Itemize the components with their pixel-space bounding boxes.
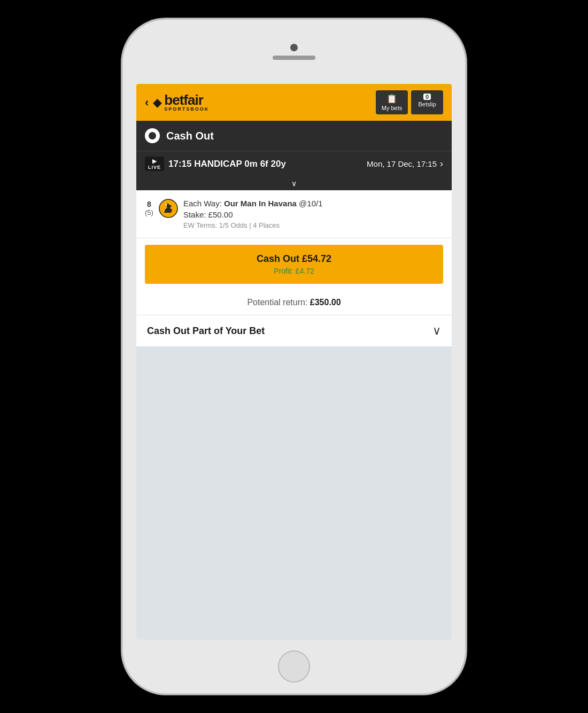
potential-return-value: £350.00	[310, 298, 341, 307]
potential-return: Potential return: £350.00	[136, 290, 452, 315]
profit-label: Profit:	[274, 267, 293, 275]
phone-home-button[interactable]	[278, 650, 310, 683]
my-bets-icon: 📋	[386, 94, 397, 104]
svg-point-1	[165, 204, 167, 206]
cash-out-button-section: Cash Out £54.72 Profit: £4.72	[136, 238, 452, 290]
race-bar-left: ▶ LIVE 17:15 HANDICAP 0m 6f 20y	[145, 157, 286, 171]
phone-screen: ‹ ◆ betfair SPORTSBOOK 📋 My bets 0 Betsl…	[136, 84, 452, 640]
bet-number-sub: (5)	[145, 208, 153, 216]
bet-name-line: Each Way: Our Man In Havana @10/1	[183, 199, 443, 208]
live-badge: ▶ LIVE	[145, 157, 164, 171]
back-button[interactable]: ‹	[145, 96, 149, 110]
app-header: ‹ ◆ betfair SPORTSBOOK 📋 My bets 0 Betsl…	[136, 84, 452, 121]
logo-text: betfair SPORTSBOOK	[164, 93, 209, 112]
cash-out-part-label: Cash Out Part of Your Bet	[147, 326, 265, 337]
bet-number: 8	[147, 200, 151, 208]
phone-top	[123, 20, 465, 84]
race-bar[interactable]: ▶ LIVE 17:15 HANDICAP 0m 6f 20y Mon, 17 …	[136, 151, 452, 176]
bet-details: 8 (5) Each Way: Our Man In Havana @10/1 …	[136, 190, 452, 238]
bet-type: Each Way:	[183, 199, 222, 208]
header-buttons: 📋 My bets 0 Betslip	[376, 90, 443, 114]
race-date: Mon, 17 Dec, 17:15	[367, 159, 437, 168]
logo-sportsbook-name: SPORTSBOOK	[164, 107, 209, 112]
cash-out-title: Cash Out	[166, 130, 214, 142]
race-chevron-right-icon: ›	[440, 158, 443, 169]
bet-number-section: 8 (5)	[145, 199, 153, 216]
bet-stake: Stake: £50.00	[183, 210, 443, 219]
betslip-label: Betslip	[418, 101, 436, 107]
cash-out-part-button[interactable]: Cash Out Part of Your Bet ∨	[136, 315, 452, 347]
cash-out-icon-inner	[149, 132, 156, 140]
bet-odds: @10/1	[299, 199, 322, 208]
profit-value: £4.72	[296, 267, 314, 275]
logo-diamond-icon: ◆	[153, 96, 162, 110]
expand-chevron-icon: ∨	[291, 179, 297, 188]
cash-out-icon	[145, 128, 160, 143]
cash-out-part-chevron-icon: ∨	[432, 324, 441, 338]
stake-value: £50.00	[208, 210, 233, 219]
play-icon: ▶	[152, 158, 157, 165]
bet-info: Each Way: Our Man In Havana @10/1 Stake:…	[183, 199, 443, 229]
race-title: 17:15 HANDICAP 0m 6f 20y	[168, 159, 286, 169]
betslip-button[interactable]: 0 Betslip	[411, 90, 443, 114]
live-label: LIVE	[148, 165, 161, 170]
cash-out-button-profit: Profit: £4.72	[274, 267, 314, 275]
my-bets-button[interactable]: 📋 My bets	[376, 90, 408, 114]
my-bets-label: My bets	[382, 105, 403, 111]
phone-frame: ‹ ◆ betfair SPORTSBOOK 📋 My bets 0 Betsl…	[123, 20, 465, 693]
bet-row: 8 (5) Each Way: Our Man In Havana @10/1 …	[145, 199, 443, 229]
expand-row[interactable]: ∨	[136, 176, 452, 190]
horse-icon	[159, 199, 178, 218]
grey-content-area	[136, 347, 452, 640]
betslip-badge: 0	[423, 94, 431, 100]
bet-ew-terms: EW Terms: 1/5 Odds | 4 Places	[183, 221, 443, 229]
horse-name: Our Man In Havana	[224, 199, 297, 208]
stake-label: Stake:	[183, 210, 206, 219]
logo: ◆ betfair SPORTSBOOK	[153, 93, 209, 112]
phone-speaker	[273, 56, 315, 60]
header-left: ‹ ◆ betfair SPORTSBOOK	[145, 93, 209, 112]
potential-return-label: Potential return:	[247, 298, 307, 307]
phone-bottom	[123, 640, 465, 693]
race-date-section: Mon, 17 Dec, 17:15 ›	[367, 158, 443, 169]
cash-out-bar: Cash Out	[136, 121, 452, 151]
logo-betfair-name: betfair	[164, 93, 209, 107]
cash-out-button[interactable]: Cash Out £54.72 Profit: £4.72	[145, 245, 443, 284]
phone-camera	[290, 44, 298, 51]
cash-out-button-label: Cash Out £54.72	[257, 253, 331, 265]
